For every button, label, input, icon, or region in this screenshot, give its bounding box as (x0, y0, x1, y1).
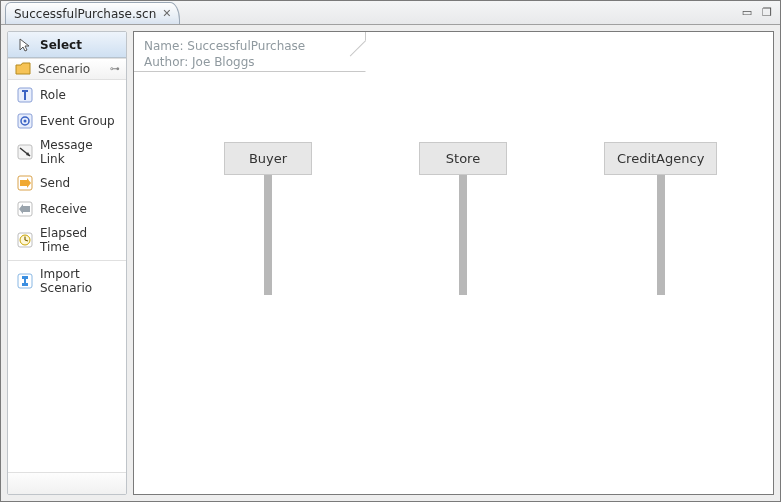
palette-item-label: Import Scenario (40, 267, 120, 295)
role-label: CreditAgency (604, 142, 717, 175)
role-creditagency[interactable]: CreditAgency (604, 142, 717, 295)
palette-item-receive[interactable]: Receive (8, 196, 126, 222)
palette-item-role[interactable]: Role (8, 82, 126, 108)
folder-icon (14, 60, 32, 78)
lifeline (264, 175, 272, 295)
svg-rect-20 (24, 279, 26, 283)
scenario-canvas[interactable]: Name: SuccessfulPurchase Author: Joe Blo… (133, 31, 774, 495)
select-tool[interactable]: Select (8, 32, 126, 58)
palette-item-label: Receive (40, 202, 120, 216)
tab-title: SuccessfulPurchase.scn (14, 7, 156, 21)
palette-item-label: Send (40, 176, 120, 190)
event-group-icon (16, 112, 34, 130)
scenario-author-line: Author: Joe Bloggs (144, 54, 305, 70)
palette-item-import-scenario[interactable]: Import Scenario (8, 263, 126, 299)
svg-rect-2 (22, 90, 28, 92)
cursor-icon (16, 36, 34, 54)
scenario-author-label: Author: (144, 55, 188, 69)
role-icon (16, 86, 34, 104)
palette-drawer-label: Scenario (38, 62, 90, 76)
palette-item-elapsed-time[interactable]: Elapsed Time (8, 222, 126, 258)
palette-items: Role Event Group Message Link (8, 80, 126, 301)
palette-footer (8, 472, 126, 494)
palette-item-event-group[interactable]: Event Group (8, 108, 126, 134)
role-label: Store (419, 142, 507, 175)
message-link-icon (16, 143, 34, 161)
send-icon (16, 174, 34, 192)
palette-item-label: Role (40, 88, 120, 102)
role-buyer[interactable]: Buyer (224, 142, 312, 295)
close-tab-icon[interactable]: ✕ (162, 7, 171, 20)
palette: Select Scenario ⊶ Role (7, 31, 127, 495)
editor-body: Select Scenario ⊶ Role (1, 25, 780, 501)
scenario-name-label: Name: (144, 39, 183, 53)
scenario-name-line: Name: SuccessfulPurchase (144, 38, 305, 54)
elapsed-time-icon (16, 231, 34, 249)
svg-rect-18 (22, 276, 28, 279)
lifeline (459, 175, 467, 295)
scenario-author-value: Joe Bloggs (192, 55, 254, 69)
window-controls: ▭ ❐ (740, 5, 774, 19)
editor-frame: SuccessfulPurchase.scn ✕ ▭ ❐ Select Scen… (0, 0, 781, 502)
svg-point-5 (24, 120, 27, 123)
minimize-view-icon[interactable]: ▭ (740, 5, 754, 19)
tab-successfulpurchase[interactable]: SuccessfulPurchase.scn ✕ (5, 2, 180, 24)
lifeline (657, 175, 665, 295)
role-store[interactable]: Store (419, 142, 507, 295)
palette-item-label: Event Group (40, 114, 120, 128)
scenario-header: Name: SuccessfulPurchase Author: Joe Blo… (134, 32, 315, 76)
palette-drawer-scenario[interactable]: Scenario ⊶ (8, 58, 126, 80)
svg-rect-19 (22, 283, 28, 286)
receive-icon (16, 200, 34, 218)
palette-item-message-link[interactable]: Message Link (8, 134, 126, 170)
select-tool-label: Select (40, 38, 82, 52)
maximize-view-icon[interactable]: ❐ (760, 5, 774, 19)
palette-separator (8, 260, 126, 261)
palette-item-send[interactable]: Send (8, 170, 126, 196)
palette-item-label: Elapsed Time (40, 226, 120, 254)
tab-bar: SuccessfulPurchase.scn ✕ ▭ ❐ (1, 1, 780, 25)
role-label: Buyer (224, 142, 312, 175)
import-scenario-icon (16, 272, 34, 290)
scenario-name-value: SuccessfulPurchase (187, 39, 305, 53)
palette-spacer (8, 301, 126, 472)
pin-icon[interactable]: ⊶ (110, 63, 120, 74)
palette-item-label: Message Link (40, 138, 120, 166)
